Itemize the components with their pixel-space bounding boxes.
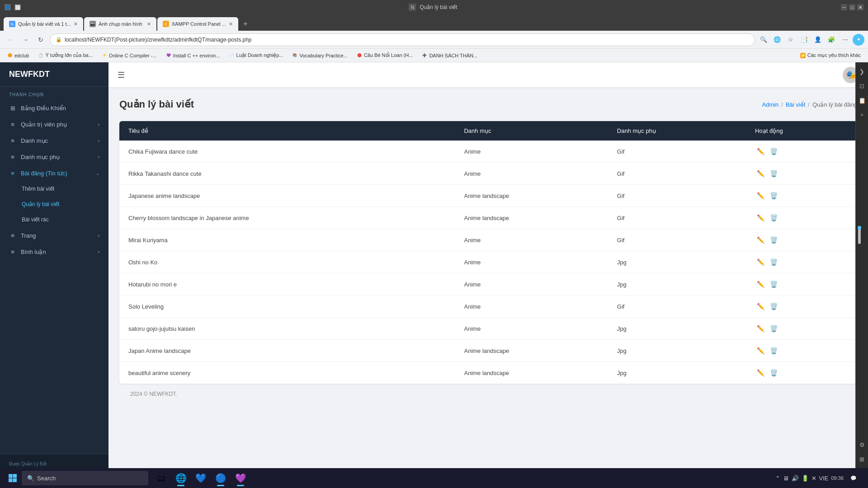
delete-button[interactable]: 🗑️ [768,367,779,378]
bookmark-cau-be[interactable]: 🔴 Câu Bé Nổi Loan (H... [353,52,417,59]
address-bar[interactable]: 🔒 localhost/NEWFKDT(Post-picture)/znewfk… [50,33,755,46]
tab-close-2[interactable]: ✕ [147,21,151,27]
sidebar-item-manage-posts[interactable]: Quản lý bài viết [0,197,108,212]
edit-button[interactable]: ✏️ [755,323,766,334]
tab-screenshot[interactable]: 📷 Ảnh chụp màn hình ✕ [84,17,156,31]
delete-button[interactable]: 🗑️ [768,212,779,223]
edge-btn-2[interactable]: 📋 [857,95,868,106]
bookmark-more[interactable]: 📁 Các mục yêu thích khác [797,52,864,59]
tray-lang-icon[interactable]: VIE [819,475,829,482]
delete-button[interactable]: 🗑️ [768,190,779,201]
table-container: Tiêu đề Danh mục Danh mục phụ Hoạt động … [119,121,857,384]
taskbar-search[interactable]: 🔍 Search [22,471,148,485]
tab-xampp[interactable]: X XAMPP Control Panel ... ✕ [157,17,238,31]
forward-button[interactable]: → [19,33,32,46]
edge-sidebar-toggle[interactable]: ❯ [857,66,868,77]
sidebar-item-pages[interactable]: ≡ Trang › [0,227,108,244]
taskbar-clock[interactable]: 09:36 [831,475,844,481]
bookmark-edclub[interactable]: 🟠 edclub [4,52,33,59]
edit-button[interactable]: ✏️ [755,257,766,267]
edit-button[interactable]: ✏️ [755,146,766,157]
cell-subcategory: Jpg [608,340,746,362]
edge-btn-bottom[interactable]: ⊠ [857,454,868,465]
bookmarks-bar: 🟠 edclub 📋 Ý tưởng lớn của ba... ⚡ Onlin… [0,49,868,62]
more-button[interactable]: ⋯ [839,34,851,46]
menu-toggle-button[interactable]: ☰ [118,70,125,80]
edge-btn-1[interactable]: ⊡ [857,80,868,91]
taskbar-app-vscode[interactable]: 💙 [192,469,210,487]
tray-x-icon[interactable]: ✕ [811,475,816,482]
edge-settings-icon[interactable]: ⚙ [857,439,868,450]
delete-button[interactable]: 🗑️ [768,146,779,157]
bookmark-install[interactable]: 💜 Install C ++ environ... [162,52,224,59]
sidebar-item-label-manage-posts: Quản lý bài viết [22,201,59,207]
taskbar-app-chrome[interactable]: 🔵 [212,469,230,487]
breadcrumb-posts[interactable]: Bài viết [786,101,805,108]
collections-button[interactable]: 📑 [798,34,810,46]
cell-category: Anime [455,318,608,340]
favorites-button[interactable]: ☆ [785,34,797,46]
new-tab-button[interactable]: + [239,17,252,31]
user-profile-btn[interactable]: 👤 [5,4,11,10]
taskbar-app-explorer[interactable]: 🗂 [152,469,170,487]
breadcrumb-admin[interactable]: Admin [762,101,778,108]
search-nav-button[interactable]: 🔍 [758,34,769,46]
cell-actions: ✏️ 🗑️ [746,207,857,229]
comments-icon: ≡ [9,248,16,255]
sidebar-item-dashboard[interactable]: ⊞ Bảng Điều Khiển [0,100,108,116]
extensions-btn[interactable]: ⬜ [14,4,21,10]
tab-close-1[interactable]: ✕ [74,21,78,27]
delete-button[interactable]: 🗑️ [768,168,779,179]
tab-manage-posts[interactable]: N Quản lý bài viết và 1 t... ✕ [4,17,83,31]
tray-volume-icon[interactable]: 🔊 [792,475,799,482]
bookmark-vocab[interactable]: 📚 Vocabulary Practice... [288,52,351,59]
sidebar-item-comments[interactable]: ≡ Bình luận › [0,244,108,260]
sidebar-item-admin[interactable]: ≡ Quản trị viên phụ › [0,116,108,132]
delete-button[interactable]: 🗑️ [768,301,779,312]
explorer-icon: 🗂 [156,473,165,483]
edit-button[interactable]: ✏️ [755,279,766,290]
tray-up-arrow-icon[interactable]: ⌃ [775,475,780,482]
tab-close-3[interactable]: ✕ [229,21,233,27]
tray-battery-icon[interactable]: 🔋 [802,475,809,482]
profile-button[interactable]: 👤 [812,34,824,46]
edit-button[interactable]: ✏️ [755,168,766,179]
tray-network-icon[interactable]: 🖥 [783,475,789,482]
maximize-button[interactable]: □ [849,4,855,10]
extensions-nav-button[interactable]: 🧩 [826,34,837,46]
delete-button[interactable]: 🗑️ [768,345,779,356]
taskbar-search-icon: 🔍 [27,475,34,482]
edit-button[interactable]: ✏️ [755,345,766,356]
start-button[interactable] [4,469,22,487]
notification-button[interactable]: 💬 [846,471,861,485]
taskbar-app-browser[interactable]: 🌐 [172,469,190,487]
bookmark-compiler[interactable]: ⚡ Online C Compiler -... [98,52,160,59]
edit-button[interactable]: ✏️ [755,212,766,223]
bookmark-icon-compiler: ⚡ [102,53,107,58]
delete-button[interactable]: 🗑️ [768,257,779,267]
delete-button[interactable]: 🗑️ [768,235,779,245]
sidebar-item-trash-posts[interactable]: Bài viết rác [0,212,108,227]
delete-button[interactable]: 🗑️ [768,279,779,290]
edit-button[interactable]: ✏️ [755,301,766,312]
refresh-button[interactable]: ↻ [34,33,47,46]
bookmark-luat[interactable]: 📄 Luật Doanh nghiệp... [226,52,287,59]
sidebar-item-category[interactable]: ≡ Danh mục › [0,132,108,149]
sidebar-item-posts[interactable]: ≡ Bài đăng (Tin tức) ⌄ [0,165,108,181]
translate-button[interactable]: 🌐 [771,34,783,46]
minimize-button[interactable]: ─ [841,4,847,10]
sidebar-item-subcategory[interactable]: ≡ Danh mục phụ › [0,149,108,165]
delete-button[interactable]: 🗑️ [768,323,779,334]
edit-button[interactable]: ✏️ [755,235,766,245]
sidebar-item-add-post[interactable]: Thêm bài viết [0,181,108,197]
back-button[interactable]: ← [4,33,16,46]
bookmark-danh-sach[interactable]: ➕ DANH SÁCH THÀN... [418,52,481,59]
close-button[interactable]: ✕ [857,4,863,10]
sidebar-item-label-category: Danh mục [21,137,48,144]
edit-button[interactable]: ✏️ [755,190,766,201]
edge-sidebar-button[interactable]: ✦ [853,34,864,46]
edge-btn-3[interactable]: ＋ [857,109,868,120]
bookmark-ideas[interactable]: 📋 Ý tưởng lớn của ba... [34,52,96,59]
taskbar-app-vs-active[interactable]: 💜 [231,469,250,487]
edit-button[interactable]: ✏️ [755,367,766,378]
